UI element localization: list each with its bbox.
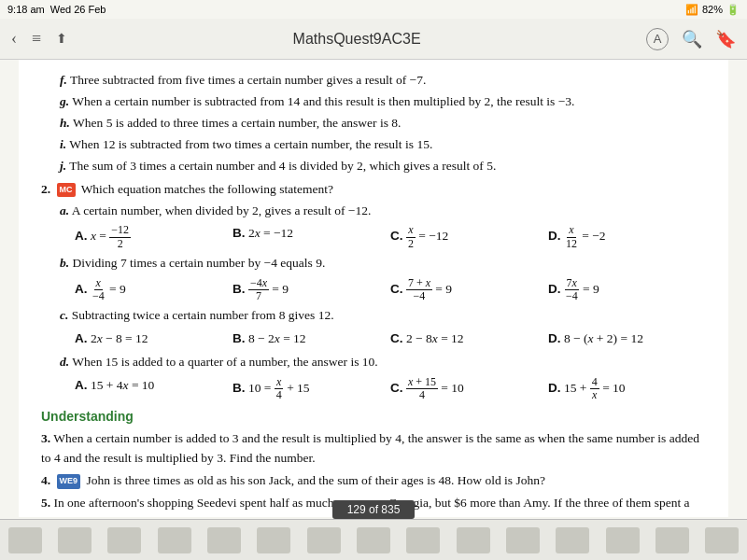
option-b4: D. 7x−4 = 9 — [548, 277, 706, 302]
page-number: 129 of 835 — [332, 500, 416, 519]
back-button[interactable]: ‹ — [11, 29, 17, 49]
option-a2: B. 2x = −12 — [233, 224, 390, 249]
toolbar-btn-4[interactable] — [158, 527, 191, 553]
toolbar-btn-12[interactable] — [556, 527, 589, 553]
date-display: Wed 26 Feb — [50, 4, 106, 15]
option-c4: D. 8 − (x + 2) = 12 — [548, 329, 706, 349]
toolbar-btn-5[interactable] — [207, 527, 241, 553]
toolbar-btn-2[interactable] — [58, 527, 92, 553]
option-a4: D. x12 = −2 — [548, 224, 706, 249]
option-d1: A. 15 + 4x = 10 — [75, 376, 233, 401]
profile-button[interactable]: A — [646, 28, 669, 50]
option-a3: C. x2 = −12 — [390, 224, 548, 249]
toolbar-btn-1[interactable] — [8, 527, 42, 553]
line-i: i. When 12 is subtracted from two times … — [41, 135, 706, 155]
mc-badge: MC — [57, 183, 76, 198]
question-2: 2. MC Which equation matches the followi… — [41, 180, 706, 200]
battery-display: 82% — [702, 4, 723, 15]
understanding-heading: Understanding — [41, 407, 706, 427]
part-c-label: c. Subtracting twice a certain number fr… — [41, 306, 706, 326]
toolbar-btn-15[interactable] — [705, 527, 739, 553]
option-a1: A. x = −122 — [75, 224, 233, 249]
option-c1: A. 2x − 8 = 12 — [75, 329, 233, 349]
status-bar: 9:18 am Wed 26 Feb 📶 82% 🔋 — [0, 0, 747, 19]
option-c3: C. 2 − 8x = 12 — [390, 329, 548, 349]
part-a-options: A. x = −122 B. 2x = −12 C. x2 = −12 D. x… — [75, 224, 706, 249]
line-f: f. Three subtracted from five times a ce… — [41, 71, 706, 91]
option-d3: C. x + 154 = 10 — [390, 376, 548, 401]
option-b2: B. −4x7 = 9 — [233, 277, 390, 302]
line-g: g. When a certain number is subtracted f… — [41, 92, 706, 112]
toolbar-btn-14[interactable] — [655, 527, 689, 553]
wifi-icon: 📶 — [685, 4, 698, 16]
bookmark-button[interactable]: 🔖 — [715, 29, 736, 49]
nav-bar: ‹ ≡ ⬆ MathsQuest9AC3E A 🔍 🔖 — [0, 19, 747, 60]
option-b1: A. x−4 = 9 — [75, 277, 233, 302]
part-b-options: A. x−4 = 9 B. −4x7 = 9 C. 7 + x−4 = 9 D.… — [75, 277, 706, 302]
menu-button[interactable]: ≡ — [32, 29, 41, 49]
we9-badge: WE9 — [57, 474, 81, 489]
toolbar-btn-11[interactable] — [506, 527, 540, 553]
option-b3: C. 7 + x−4 = 9 — [390, 277, 548, 302]
part-d-label: d. When 15 is added to a quarter of a nu… — [41, 353, 706, 372]
line-j: j. The sum of 3 times a certain number a… — [41, 157, 706, 176]
toolbar-btn-13[interactable] — [606, 527, 640, 553]
part-c-options: A. 2x − 8 = 12 B. 8 − 2x = 12 C. 2 − 8x … — [75, 329, 706, 349]
part-d-options: A. 15 + 4x = 10 B. 10 = x4 + 15 C. x + 1… — [75, 376, 706, 401]
line-h: h. When 5 is added to three times a cert… — [41, 114, 706, 133]
toolbar-btn-3[interactable] — [107, 527, 141, 553]
battery-icon: 🔋 — [726, 4, 740, 16]
page-footer: 129 of 835 — [0, 500, 747, 519]
option-d2: B. 10 = x4 + 15 — [233, 376, 390, 401]
share-button[interactable]: ⬆ — [56, 31, 67, 47]
question-4: 4. WE9 John is three times as old as his… — [41, 471, 706, 491]
book-title: MathsQuest9AC3E — [293, 31, 421, 48]
part-b-label: b. Dividing 7 times a certain number by … — [41, 254, 706, 273]
option-d4: D. 15 + 4x = 10 — [548, 376, 706, 401]
content-area: f. Three subtracted from five times a ce… — [19, 60, 728, 517]
toolbar-btn-8[interactable] — [357, 527, 390, 553]
time-display: 9:18 am — [7, 4, 45, 15]
search-button[interactable]: 🔍 — [682, 29, 702, 49]
question-3: 3. When a certain number is added to 3 a… — [41, 429, 706, 469]
toolbar-btn-7[interactable] — [307, 527, 341, 553]
toolbar-btn-6[interactable] — [257, 527, 290, 553]
option-c2: B. 8 − 2x = 12 — [233, 329, 390, 349]
toolbar-btn-9[interactable] — [406, 527, 440, 553]
bottom-toolbar — [0, 519, 747, 560]
toolbar-btn-10[interactable] — [457, 527, 490, 553]
part-a-label: a. A certain number, when divided by 2, … — [41, 202, 706, 221]
